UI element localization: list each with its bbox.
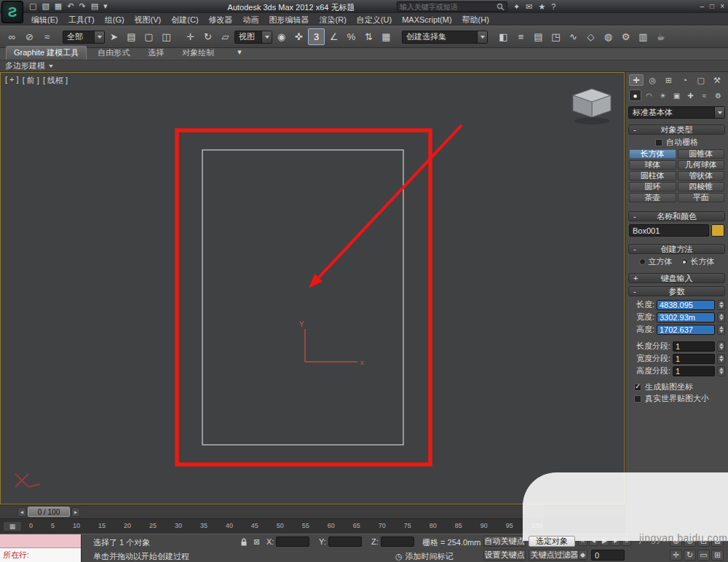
- systems-category[interactable]: ⚙: [712, 90, 724, 101]
- communication-center-icon[interactable]: ✉: [526, 2, 532, 12]
- menu-item[interactable]: 视图(V): [130, 14, 167, 26]
- shapes-category[interactable]: ◠: [643, 90, 655, 101]
- graphite-ribbon-icon[interactable]: ◳: [547, 28, 564, 45]
- object-type-button[interactable]: 管状体: [678, 171, 725, 181]
- polygon-modeling-panel[interactable]: 多边形建模: [5, 60, 53, 71]
- viewport-label-chip[interactable]: [ + ]: [5, 75, 19, 86]
- curve-editor-icon[interactable]: ∿: [565, 28, 582, 45]
- time-slider-prev-icon[interactable]: ◂: [17, 507, 26, 517]
- object-type-button[interactable]: 球体: [629, 160, 676, 170]
- rollout-name-color[interactable]: - 名称和颜色: [628, 211, 725, 221]
- align-icon[interactable]: ≡: [513, 28, 529, 45]
- space-warps-category[interactable]: ≈: [698, 90, 711, 101]
- object-type-button[interactable]: 茶壶: [629, 193, 676, 202]
- selection-lock-icon[interactable]: [240, 538, 248, 547]
- creation-method-radio[interactable]: 立方体: [639, 256, 673, 267]
- subcategory-dropdown[interactable]: 标准基本体: [628, 106, 725, 119]
- object-type-button[interactable]: 平面: [678, 193, 725, 202]
- object-color-swatch[interactable]: [711, 224, 724, 237]
- render-production-icon[interactable]: ☕: [652, 28, 669, 45]
- selected-filter-dropdown[interactable]: 选定对象: [529, 536, 575, 547]
- select-scale-icon[interactable]: ▱: [217, 28, 234, 45]
- rollout-parameters[interactable]: - 参数: [628, 286, 725, 296]
- rendered-frame-icon[interactable]: ▥: [635, 28, 652, 45]
- cameras-category[interactable]: ▣: [670, 90, 683, 101]
- subscription-icon[interactable]: ✦: [513, 2, 520, 12]
- schematic-view-icon[interactable]: ◇: [582, 28, 599, 45]
- selection-filter-dropdown[interactable]: 全部: [63, 31, 105, 44]
- object-type-button[interactable]: 圆锥体: [678, 149, 725, 159]
- select-manipulate-icon[interactable]: ✜: [290, 28, 307, 45]
- time-slider-next-icon[interactable]: ▸: [71, 507, 80, 517]
- creation-method-radio[interactable]: 长方体: [681, 256, 715, 267]
- menu-item[interactable]: 编辑(E): [26, 14, 63, 26]
- macro-recorder-line[interactable]: [0, 534, 81, 548]
- max-logo[interactable]: Ƨ: [1, 1, 23, 23]
- param-value-field[interactable]: 1702.637: [657, 325, 715, 335]
- selection-region-icon[interactable]: ▢: [141, 28, 157, 45]
- time-slider-handle[interactable]: 0 / 100: [28, 507, 70, 517]
- viewcube[interactable]: [573, 89, 611, 124]
- spinner-icon[interactable]: [717, 325, 725, 335]
- help-icon[interactable]: ?: [551, 2, 555, 12]
- key-mode-toggle-icon[interactable]: ◆: [578, 550, 587, 560]
- snap-toggle-3d-icon[interactable]: 3: [308, 28, 325, 45]
- material-editor-icon[interactable]: ◍: [600, 28, 617, 45]
- qat-dropdown-icon[interactable]: ▾: [103, 1, 108, 11]
- param-value-field[interactable]: 1: [673, 341, 715, 352]
- save-file-icon[interactable]: ▦: [55, 1, 62, 11]
- unlink-selection-icon[interactable]: ⊘: [21, 28, 38, 45]
- mini-curve-editor-button[interactable]: ▦: [3, 521, 22, 531]
- open-file-icon[interactable]: ▧: [41, 1, 49, 11]
- object-type-button[interactable]: 圆柱体: [629, 171, 676, 181]
- z-coordinate-field[interactable]: [381, 537, 414, 547]
- maximize-viewport-icon[interactable]: ⊞: [711, 550, 724, 561]
- search-input[interactable]: [400, 3, 496, 11]
- maximize-button[interactable]: □: [710, 1, 714, 11]
- helpers-category[interactable]: ✚: [684, 90, 697, 101]
- menu-item[interactable]: 自定义(U): [352, 14, 397, 26]
- hierarchy-tab[interactable]: ⊞: [661, 74, 676, 86]
- spinner-icon[interactable]: [717, 312, 725, 322]
- param-value-field[interactable]: 4838.095: [657, 300, 715, 310]
- parameter-checkbox[interactable]: 生成贴图坐标: [634, 382, 725, 392]
- modify-tab[interactable]: ◎: [645, 74, 660, 86]
- object-type-button[interactable]: 长方体: [629, 149, 676, 159]
- set-key-button[interactable]: 设置关键点: [483, 550, 526, 561]
- x-coordinate-field[interactable]: [276, 537, 309, 547]
- orbit-icon[interactable]: ↻: [684, 550, 696, 561]
- y-coordinate-field[interactable]: [328, 537, 362, 547]
- new-scene-icon[interactable]: ▢: [29, 1, 36, 11]
- bind-to-space-warp-icon[interactable]: ≈: [39, 28, 55, 45]
- object-type-button[interactable]: 四棱锥: [678, 182, 725, 191]
- favorites-icon[interactable]: ★: [538, 2, 545, 12]
- ribbon-tab[interactable]: 选择: [141, 47, 171, 60]
- viewport-label-chip[interactable]: [ 线框 ]: [43, 75, 68, 86]
- reference-coordinate-dropdown[interactable]: 视图: [234, 31, 272, 44]
- use-pivot-center-icon[interactable]: ◉: [273, 28, 290, 45]
- autogrid-checkbox[interactable]: 自动栅格: [628, 138, 725, 147]
- mirror-icon[interactable]: ◧: [495, 28, 512, 45]
- current-frame-field[interactable]: 0: [591, 550, 625, 561]
- menu-item[interactable]: MAXScript(M): [397, 15, 456, 25]
- param-value-field[interactable]: 1: [673, 366, 715, 376]
- geometry-category[interactable]: ●: [629, 90, 641, 101]
- named-selection-sets-icon[interactable]: ▦: [378, 28, 395, 45]
- motion-tab[interactable]: ◔: [678, 74, 692, 86]
- select-by-name-icon[interactable]: ▤: [123, 28, 140, 45]
- pan-icon[interactable]: ✛: [670, 550, 682, 561]
- listener-line[interactable]: 所在行:: [0, 548, 81, 562]
- auto-key-button[interactable]: 自动关键点: [483, 536, 526, 547]
- ribbon-tab[interactable]: 对象绘制: [175, 47, 221, 60]
- object-type-button[interactable]: 几何球体: [678, 160, 725, 170]
- menu-item[interactable]: 动画: [238, 14, 264, 26]
- spinner-icon[interactable]: [717, 341, 725, 352]
- select-move-icon[interactable]: ✛: [182, 28, 199, 45]
- redo-icon[interactable]: ↷: [79, 1, 85, 11]
- layer-manager-icon[interactable]: ▤: [530, 28, 547, 45]
- select-rotate-icon[interactable]: ↻: [199, 28, 216, 45]
- object-type-button[interactable]: 圆环: [629, 182, 676, 191]
- render-setup-icon[interactable]: ⚙: [617, 28, 634, 45]
- project-folder-icon[interactable]: ▤: [91, 1, 98, 11]
- maxscript-mini-listener[interactable]: 所在行:: [0, 534, 82, 562]
